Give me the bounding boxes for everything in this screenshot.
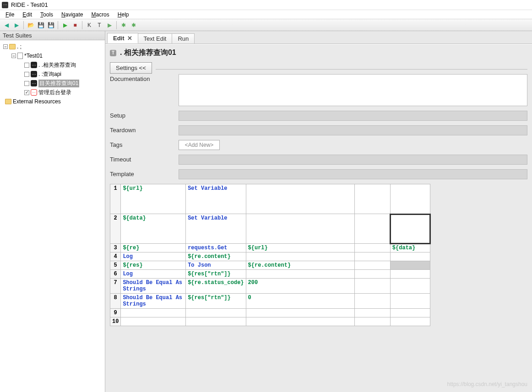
cell[interactable] — [390, 214, 430, 244]
table-row[interactable]: 6Log${res["rtn"]} — [110, 270, 430, 279]
cell[interactable]: ${re} — [121, 244, 186, 252]
tab-run[interactable]: Run — [172, 33, 195, 43]
cell[interactable]: Log — [121, 270, 186, 279]
expand-icon[interactable]: − — [11, 54, 16, 58]
tree-external[interactable]: External Resources — [1, 97, 104, 106]
tags-add-new-field[interactable]: <Add New> — [179, 140, 220, 150]
toolbar-btn-text-t[interactable]: T — [95, 21, 104, 30]
toolbar-btn-debug[interactable]: ✱ — [119, 21, 128, 30]
toolbar-btn-save[interactable]: 💾 — [36, 21, 45, 30]
table-row[interactable]: 8Should Be Equal As Strings${res["rtn"]}… — [110, 294, 430, 309]
cell[interactable]: ${re.status_code} — [186, 279, 246, 294]
tab-edit[interactable]: Edit✕ — [107, 33, 138, 43]
menu-tools[interactable]: Tools — [37, 11, 57, 19]
cell[interactable]: ${data} — [390, 244, 430, 252]
tree-root[interactable]: − . ; — [1, 42, 104, 51]
close-icon[interactable]: ✕ — [127, 35, 132, 42]
cell[interactable] — [354, 244, 390, 252]
tab-text-edit[interactable]: Text Edit — [138, 33, 173, 43]
cell[interactable] — [246, 317, 354, 326]
table-row[interactable]: 3${re}requests.Get${url}${data} — [110, 244, 430, 252]
cell[interactable] — [390, 294, 430, 309]
cell[interactable] — [246, 214, 354, 244]
toolbar-btn-play-green[interactable]: ▶ — [60, 21, 70, 30]
cell[interactable] — [354, 294, 390, 309]
tree-case[interactable]: ✓管理后台登录 — [1, 88, 104, 97]
template-field[interactable] — [179, 169, 527, 179]
cell[interactable]: ${url} — [246, 244, 354, 252]
tree-case[interactable]: ⋯. .相关推荐查询 — [1, 60, 104, 70]
table-row[interactable]: 4Log${re.content} — [110, 252, 430, 261]
toolbar-btn-stop[interactable]: ■ — [71, 21, 80, 30]
checkbox[interactable]: ✓ — [24, 90, 29, 95]
tree[interactable]: − . ; − *Test01 ⋯. .相关推荐查询⋯. :查询api⋯目关推荐… — [0, 40, 105, 392]
table-row[interactable]: 5${res}To Json${re.content} — [110, 261, 430, 270]
cell[interactable]: Should Be Equal As Strings — [121, 279, 186, 294]
cell[interactable]: Log — [121, 252, 186, 261]
cell[interactable] — [354, 279, 390, 294]
table-row[interactable]: 7Should Be Equal As Strings${re.status_c… — [110, 279, 430, 294]
cell[interactable] — [246, 270, 354, 279]
tree-case[interactable]: ⋯. :查询api — [1, 70, 104, 79]
cell[interactable]: Set Variable — [186, 214, 246, 244]
cell[interactable]: ${res["rtn"]} — [186, 294, 246, 309]
cell[interactable] — [186, 317, 246, 326]
cell[interactable]: Should Be Equal As Strings — [121, 294, 186, 309]
cell[interactable] — [354, 184, 390, 214]
cell[interactable] — [390, 279, 430, 294]
menu-file[interactable]: File — [2, 11, 18, 19]
teardown-field[interactable] — [179, 125, 527, 135]
toolbar-btn-play2[interactable]: ▶ — [105, 21, 114, 30]
setup-field[interactable] — [179, 111, 527, 121]
cell[interactable] — [390, 317, 430, 326]
tree-case[interactable]: ⋯目关推荐查询01 — [1, 79, 104, 88]
documentation-field[interactable] — [179, 74, 527, 106]
cell[interactable] — [354, 309, 390, 317]
settings-toggle-button[interactable]: Settings << — [110, 62, 152, 74]
cell[interactable] — [354, 261, 390, 270]
toolbar-btn-save2[interactable]: 💾 — [46, 21, 55, 30]
toolbar-btn-forward[interactable]: ▶ — [12, 21, 21, 30]
table-row[interactable]: 9 — [110, 309, 430, 317]
cell[interactable] — [186, 309, 246, 317]
toolbar-btn-back[interactable]: ◀ — [2, 21, 11, 30]
menu-help[interactable]: Help — [114, 11, 133, 19]
menu-edit[interactable]: Edit — [19, 11, 36, 19]
cell[interactable] — [121, 317, 186, 326]
cell[interactable]: requests.Get — [186, 244, 246, 252]
cell[interactable] — [246, 252, 354, 261]
toolbar-btn-debug2[interactable]: ✱ — [129, 21, 138, 30]
cell[interactable] — [246, 184, 354, 214]
cell[interactable] — [390, 270, 430, 279]
menu-navigate[interactable]: Navigate — [58, 11, 87, 19]
keyword-table[interactable]: 1${url}Set Variable2${data}Set Variable3… — [110, 184, 430, 326]
cell[interactable]: Set Variable — [186, 184, 246, 214]
cell[interactable]: 200 — [246, 279, 354, 294]
checkbox[interactable] — [24, 63, 29, 68]
toolbar-btn-open[interactable]: 📂 — [26, 21, 35, 30]
cell[interactable] — [121, 309, 186, 317]
cell[interactable] — [354, 214, 390, 244]
toolbar-btn-keyword-k[interactable]: K — [85, 21, 94, 30]
table-row[interactable]: 2${data}Set Variable — [110, 214, 430, 244]
table-row[interactable]: 1${url}Set Variable — [110, 184, 430, 214]
cell[interactable] — [354, 252, 390, 261]
cell[interactable] — [390, 309, 430, 317]
expand-icon[interactable]: − — [3, 44, 8, 49]
cell[interactable] — [354, 317, 390, 326]
cell[interactable]: ${data} — [121, 214, 186, 244]
menu-macros[interactable]: Macros — [87, 11, 113, 19]
cell[interactable]: ${re.content} — [186, 252, 246, 261]
table-row[interactable]: 10 — [110, 317, 430, 326]
cell[interactable] — [246, 309, 354, 317]
checkbox[interactable] — [24, 81, 29, 86]
cell[interactable]: ${res["rtn"]} — [186, 270, 246, 279]
tree-suite[interactable]: − *Test01 — [1, 51, 104, 60]
cell[interactable]: 0 — [246, 294, 354, 309]
cell[interactable]: ${re.content} — [246, 261, 354, 270]
cell[interactable]: ${url} — [121, 184, 186, 214]
timeout-field[interactable] — [179, 155, 527, 165]
cell[interactable] — [354, 270, 390, 279]
cell[interactable]: To Json — [186, 261, 246, 270]
cell[interactable] — [390, 184, 430, 214]
